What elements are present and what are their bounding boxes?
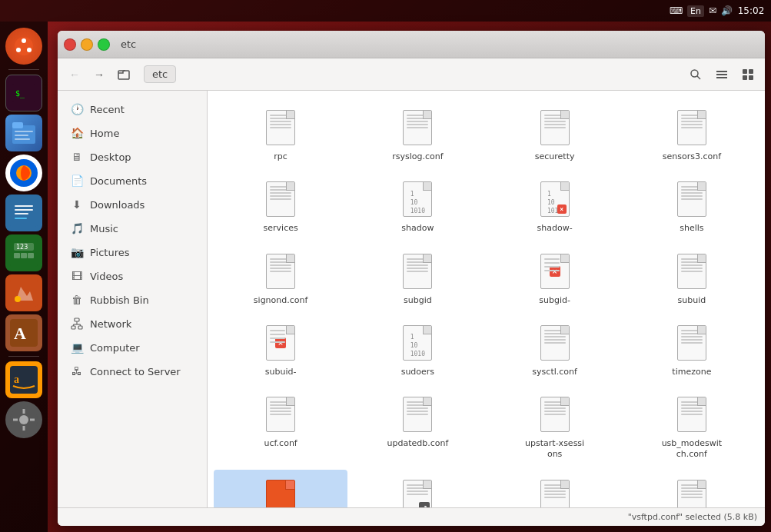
maximize-button[interactable] — [98, 38, 110, 51]
svg-rect-41 — [716, 77, 727, 78]
file-item[interactable]: sysctl.conf — [488, 315, 622, 384]
file-item[interactable]: updatedb.conf — [351, 387, 484, 467]
file-item[interactable]: ×subuid- — [214, 315, 347, 384]
back-button[interactable]: ← — [64, 64, 85, 85]
file-item[interactable]: ucf.conf — [214, 387, 347, 467]
sidebar-label-home: Home — [90, 128, 119, 139]
files-dock-icon[interactable] — [5, 115, 42, 151]
close-button[interactable] — [64, 38, 76, 51]
file-item[interactable]: signond.conf — [214, 244, 347, 312]
document-icon: 📄 — [70, 174, 84, 188]
file-item[interactable]: 1101010sudoers — [351, 315, 484, 384]
svg-point-2 — [27, 48, 32, 52]
firefox-dock-icon[interactable] — [5, 155, 42, 191]
server-icon: 🖧 — [70, 364, 84, 378]
file-item[interactable]: ↗vtrgb — [351, 470, 484, 507]
sidebar-item-network[interactable]: Network — [61, 312, 204, 335]
list-view-button[interactable] — [711, 64, 733, 85]
ubuntu-launcher-icon[interactable] — [5, 28, 42, 65]
file-item[interactable]: 1101010×shadow- — [488, 171, 622, 240]
file-icon-wrap: 1101010 — [399, 178, 436, 221]
svg-rect-22 — [21, 253, 27, 258]
dock-separator-2 — [8, 356, 39, 357]
sidebar-item-desktop[interactable]: 🖥 Desktop — [61, 145, 204, 168]
toolbar-right — [685, 64, 759, 85]
grid-view-button[interactable] — [737, 64, 759, 85]
svg-rect-39 — [716, 71, 727, 72]
font-dock-icon[interactable]: A — [5, 314, 42, 351]
file-item[interactable]: timezone — [625, 315, 759, 384]
sidebar-item-home[interactable]: 🏠 Home — [61, 121, 204, 145]
forward-button[interactable]: → — [88, 64, 110, 85]
sidebar-label-downloads: Downloads — [90, 199, 145, 211]
file-label: usb_modeswitch.conf — [661, 438, 723, 461]
svg-text:A: A — [14, 324, 26, 343]
sidebar-item-rubbish-bin[interactable]: 🗑 Rubbish Bin — [61, 288, 204, 311]
file-item[interactable]: zsh_command_ — [625, 470, 759, 507]
svg-rect-42 — [743, 69, 747, 74]
settings-dock-icon[interactable] — [5, 401, 42, 438]
status-text: "vsftpd.conf" selected (5.8 kB) — [628, 512, 757, 522]
terminal-dock-icon[interactable]: $_ — [5, 75, 42, 111]
clock: 15:02 — [737, 5, 765, 16]
file-item[interactable]: ×subgid- — [488, 244, 622, 312]
file-label: shadow- — [537, 223, 573, 234]
file-icon-wrap — [399, 106, 436, 149]
file-item[interactable]: vsftpd.conf — [214, 470, 347, 507]
file-icon-wrap — [673, 476, 710, 507]
file-item[interactable]: 1101010shadow — [351, 171, 484, 240]
sidebar-item-pictures[interactable]: 📷 Pictures — [61, 241, 204, 264]
calc-dock-icon[interactable]: 123 — [5, 234, 42, 271]
sidebar-item-documents[interactable]: 📄 Documents — [61, 169, 204, 192]
sidebar-item-music[interactable]: 🎵 Music — [61, 217, 204, 240]
lang-indicator[interactable]: En — [687, 5, 704, 17]
file-icon-wrap — [537, 476, 573, 507]
file-icon-wrap — [262, 393, 299, 436]
file-item[interactable]: rsyslog.conf — [351, 100, 484, 168]
file-item[interactable]: upstart-xsessions — [488, 387, 622, 467]
file-item[interactable]: services — [214, 171, 347, 240]
sidebar-item-connect-to-server[interactable]: 🖧 Connect to Server — [61, 360, 204, 383]
file-label: rpc — [274, 151, 287, 162]
sidebar-item-downloads[interactable]: ⬇ Downloads — [61, 193, 204, 216]
file-item[interactable]: sensors3.conf — [625, 100, 759, 168]
file-item[interactable]: usb_modeswitch.conf — [625, 387, 759, 467]
parent-folder-button[interactable] — [113, 64, 135, 85]
file-label: updatedb.conf — [387, 438, 448, 449]
file-item[interactable]: securetty — [488, 100, 622, 168]
file-label: rsyslog.conf — [392, 151, 443, 162]
sidebar-item-videos[interactable]: 🎞 Videos — [61, 264, 204, 288]
file-item[interactable]: wgetrc — [488, 470, 622, 507]
breadcrumb: etc — [138, 65, 682, 83]
sidebar-label-rubbish-bin: Rubbish Bin — [90, 294, 149, 306]
draw-dock-icon[interactable] — [5, 274, 42, 311]
file-label: upstart-xsessions — [524, 438, 586, 461]
taskbar: ⌨ En ✉ 🔊 15:02 — [0, 0, 771, 22]
file-icon-wrap — [673, 106, 710, 149]
camera-icon: 📷 — [70, 245, 84, 259]
sidebar-item-computer[interactable]: 💻 Computer — [61, 336, 204, 359]
file-item[interactable]: subuid — [625, 244, 759, 312]
minimize-button[interactable] — [81, 38, 93, 51]
sidebar-item-recent[interactable]: 🕐 Recent — [61, 98, 204, 121]
search-button[interactable] — [685, 64, 706, 85]
file-label: shadow — [401, 223, 434, 234]
file-icon-wrap — [673, 250, 710, 293]
file-icon-wrap — [262, 178, 299, 221]
svg-line-38 — [697, 76, 700, 79]
writer-dock-icon[interactable] — [5, 195, 42, 231]
file-item[interactable]: rpc — [214, 100, 347, 168]
status-bar: "vsftpd.conf" selected (5.8 kB) — [58, 507, 765, 526]
music-icon: 🎵 — [70, 221, 84, 235]
amazon-dock-icon[interactable]: a — [5, 361, 42, 398]
sidebar-label-connect-to-server: Connect to Server — [90, 366, 181, 377]
taskbar-right: ⌨ En ✉ 🔊 15:02 — [670, 5, 765, 17]
clock-icon: 🕐 — [70, 102, 84, 116]
file-icon-wrap: × — [537, 250, 573, 293]
file-label: shells — [680, 223, 703, 234]
content-area: 🕐 Recent 🏠 Home 🖥 Desktop 📄 Documents ⬇ … — [58, 91, 765, 507]
file-item[interactable]: subgid — [351, 244, 484, 312]
network-icon — [70, 317, 84, 331]
file-item[interactable]: shells — [625, 171, 759, 240]
file-label: signond.conf — [254, 295, 308, 306]
